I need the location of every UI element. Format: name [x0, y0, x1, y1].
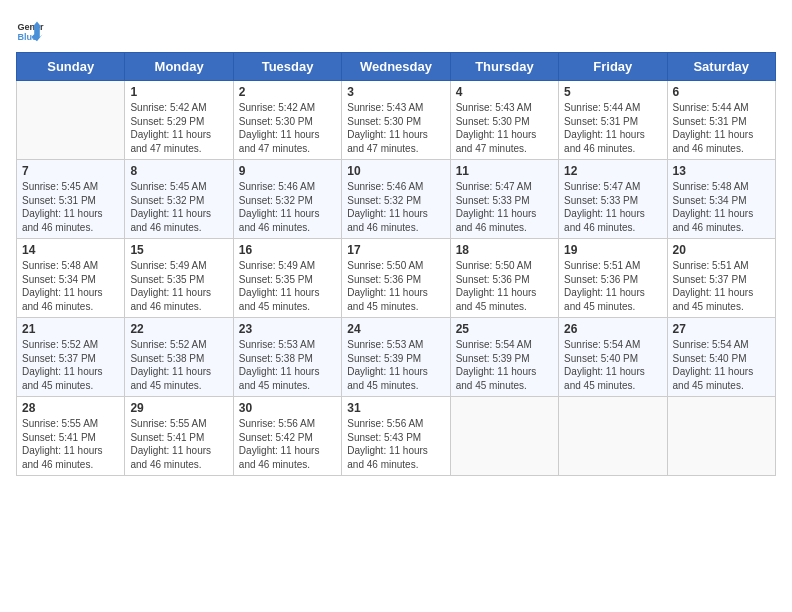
- calendar-cell: 18Sunrise: 5:50 AM Sunset: 5:36 PM Dayli…: [450, 239, 558, 318]
- day-number: 19: [564, 243, 661, 257]
- day-header-sunday: Sunday: [17, 53, 125, 81]
- cell-content: Sunrise: 5:44 AM Sunset: 5:31 PM Dayligh…: [564, 101, 661, 155]
- calendar-cell: 8Sunrise: 5:45 AM Sunset: 5:32 PM Daylig…: [125, 160, 233, 239]
- day-header-monday: Monday: [125, 53, 233, 81]
- calendar-cell: 24Sunrise: 5:53 AM Sunset: 5:39 PM Dayli…: [342, 318, 450, 397]
- calendar-cell: 27Sunrise: 5:54 AM Sunset: 5:40 PM Dayli…: [667, 318, 775, 397]
- cell-content: Sunrise: 5:56 AM Sunset: 5:43 PM Dayligh…: [347, 417, 444, 471]
- calendar-cell: 29Sunrise: 5:55 AM Sunset: 5:41 PM Dayli…: [125, 397, 233, 476]
- day-number: 21: [22, 322, 119, 336]
- day-number: 22: [130, 322, 227, 336]
- calendar-cell: 9Sunrise: 5:46 AM Sunset: 5:32 PM Daylig…: [233, 160, 341, 239]
- day-number: 1: [130, 85, 227, 99]
- day-number: 27: [673, 322, 770, 336]
- day-number: 7: [22, 164, 119, 178]
- day-number: 2: [239, 85, 336, 99]
- cell-content: Sunrise: 5:54 AM Sunset: 5:39 PM Dayligh…: [456, 338, 553, 392]
- calendar-cell: 19Sunrise: 5:51 AM Sunset: 5:36 PM Dayli…: [559, 239, 667, 318]
- calendar-week-5: 28Sunrise: 5:55 AM Sunset: 5:41 PM Dayli…: [17, 397, 776, 476]
- calendar-cell: 20Sunrise: 5:51 AM Sunset: 5:37 PM Dayli…: [667, 239, 775, 318]
- day-number: 31: [347, 401, 444, 415]
- cell-content: Sunrise: 5:46 AM Sunset: 5:32 PM Dayligh…: [347, 180, 444, 234]
- day-header-wednesday: Wednesday: [342, 53, 450, 81]
- cell-content: Sunrise: 5:52 AM Sunset: 5:38 PM Dayligh…: [130, 338, 227, 392]
- calendar-cell: 22Sunrise: 5:52 AM Sunset: 5:38 PM Dayli…: [125, 318, 233, 397]
- calendar-cell: 30Sunrise: 5:56 AM Sunset: 5:42 PM Dayli…: [233, 397, 341, 476]
- calendar-week-1: 1Sunrise: 5:42 AM Sunset: 5:29 PM Daylig…: [17, 81, 776, 160]
- calendar-cell: 25Sunrise: 5:54 AM Sunset: 5:39 PM Dayli…: [450, 318, 558, 397]
- calendar-cell: 5Sunrise: 5:44 AM Sunset: 5:31 PM Daylig…: [559, 81, 667, 160]
- day-number: 26: [564, 322, 661, 336]
- day-header-saturday: Saturday: [667, 53, 775, 81]
- calendar-body: 1Sunrise: 5:42 AM Sunset: 5:29 PM Daylig…: [17, 81, 776, 476]
- cell-content: Sunrise: 5:56 AM Sunset: 5:42 PM Dayligh…: [239, 417, 336, 471]
- cell-content: Sunrise: 5:50 AM Sunset: 5:36 PM Dayligh…: [456, 259, 553, 313]
- cell-content: Sunrise: 5:54 AM Sunset: 5:40 PM Dayligh…: [564, 338, 661, 392]
- calendar-cell: [17, 81, 125, 160]
- calendar-cell: 15Sunrise: 5:49 AM Sunset: 5:35 PM Dayli…: [125, 239, 233, 318]
- calendar-cell: 17Sunrise: 5:50 AM Sunset: 5:36 PM Dayli…: [342, 239, 450, 318]
- calendar-cell: [450, 397, 558, 476]
- cell-content: Sunrise: 5:45 AM Sunset: 5:32 PM Dayligh…: [130, 180, 227, 234]
- day-number: 30: [239, 401, 336, 415]
- logo-icon: General Blue: [16, 16, 44, 44]
- calendar-cell: 12Sunrise: 5:47 AM Sunset: 5:33 PM Dayli…: [559, 160, 667, 239]
- cell-content: Sunrise: 5:42 AM Sunset: 5:29 PM Dayligh…: [130, 101, 227, 155]
- day-number: 28: [22, 401, 119, 415]
- calendar-cell: [667, 397, 775, 476]
- cell-content: Sunrise: 5:48 AM Sunset: 5:34 PM Dayligh…: [22, 259, 119, 313]
- cell-content: Sunrise: 5:53 AM Sunset: 5:38 PM Dayligh…: [239, 338, 336, 392]
- page-header: General Blue: [16, 16, 776, 44]
- cell-content: Sunrise: 5:55 AM Sunset: 5:41 PM Dayligh…: [22, 417, 119, 471]
- day-number: 29: [130, 401, 227, 415]
- day-header-thursday: Thursday: [450, 53, 558, 81]
- calendar-week-4: 21Sunrise: 5:52 AM Sunset: 5:37 PM Dayli…: [17, 318, 776, 397]
- cell-content: Sunrise: 5:47 AM Sunset: 5:33 PM Dayligh…: [564, 180, 661, 234]
- calendar-week-3: 14Sunrise: 5:48 AM Sunset: 5:34 PM Dayli…: [17, 239, 776, 318]
- day-number: 3: [347, 85, 444, 99]
- day-number: 12: [564, 164, 661, 178]
- cell-content: Sunrise: 5:51 AM Sunset: 5:36 PM Dayligh…: [564, 259, 661, 313]
- cell-content: Sunrise: 5:47 AM Sunset: 5:33 PM Dayligh…: [456, 180, 553, 234]
- cell-content: Sunrise: 5:49 AM Sunset: 5:35 PM Dayligh…: [130, 259, 227, 313]
- day-number: 25: [456, 322, 553, 336]
- calendar-cell: 28Sunrise: 5:55 AM Sunset: 5:41 PM Dayli…: [17, 397, 125, 476]
- day-number: 17: [347, 243, 444, 257]
- calendar-cell: [559, 397, 667, 476]
- day-number: 8: [130, 164, 227, 178]
- calendar-cell: 26Sunrise: 5:54 AM Sunset: 5:40 PM Dayli…: [559, 318, 667, 397]
- calendar-cell: 3Sunrise: 5:43 AM Sunset: 5:30 PM Daylig…: [342, 81, 450, 160]
- calendar-cell: 16Sunrise: 5:49 AM Sunset: 5:35 PM Dayli…: [233, 239, 341, 318]
- day-number: 11: [456, 164, 553, 178]
- cell-content: Sunrise: 5:43 AM Sunset: 5:30 PM Dayligh…: [456, 101, 553, 155]
- day-number: 24: [347, 322, 444, 336]
- cell-content: Sunrise: 5:54 AM Sunset: 5:40 PM Dayligh…: [673, 338, 770, 392]
- calendar-cell: 23Sunrise: 5:53 AM Sunset: 5:38 PM Dayli…: [233, 318, 341, 397]
- day-number: 18: [456, 243, 553, 257]
- cell-content: Sunrise: 5:52 AM Sunset: 5:37 PM Dayligh…: [22, 338, 119, 392]
- day-number: 6: [673, 85, 770, 99]
- day-header-friday: Friday: [559, 53, 667, 81]
- cell-content: Sunrise: 5:55 AM Sunset: 5:41 PM Dayligh…: [130, 417, 227, 471]
- calendar-cell: 13Sunrise: 5:48 AM Sunset: 5:34 PM Dayli…: [667, 160, 775, 239]
- svg-text:General: General: [17, 22, 44, 32]
- day-number: 15: [130, 243, 227, 257]
- day-header-tuesday: Tuesday: [233, 53, 341, 81]
- calendar-cell: 10Sunrise: 5:46 AM Sunset: 5:32 PM Dayli…: [342, 160, 450, 239]
- calendar-cell: 6Sunrise: 5:44 AM Sunset: 5:31 PM Daylig…: [667, 81, 775, 160]
- calendar-cell: 31Sunrise: 5:56 AM Sunset: 5:43 PM Dayli…: [342, 397, 450, 476]
- cell-content: Sunrise: 5:45 AM Sunset: 5:31 PM Dayligh…: [22, 180, 119, 234]
- day-number: 20: [673, 243, 770, 257]
- day-number: 16: [239, 243, 336, 257]
- calendar-cell: 1Sunrise: 5:42 AM Sunset: 5:29 PM Daylig…: [125, 81, 233, 160]
- day-number: 13: [673, 164, 770, 178]
- cell-content: Sunrise: 5:42 AM Sunset: 5:30 PM Dayligh…: [239, 101, 336, 155]
- cell-content: Sunrise: 5:49 AM Sunset: 5:35 PM Dayligh…: [239, 259, 336, 313]
- calendar-cell: 2Sunrise: 5:42 AM Sunset: 5:30 PM Daylig…: [233, 81, 341, 160]
- cell-content: Sunrise: 5:43 AM Sunset: 5:30 PM Dayligh…: [347, 101, 444, 155]
- cell-content: Sunrise: 5:44 AM Sunset: 5:31 PM Dayligh…: [673, 101, 770, 155]
- calendar-cell: 4Sunrise: 5:43 AM Sunset: 5:30 PM Daylig…: [450, 81, 558, 160]
- cell-content: Sunrise: 5:50 AM Sunset: 5:36 PM Dayligh…: [347, 259, 444, 313]
- calendar-header-row: SundayMondayTuesdayWednesdayThursdayFrid…: [17, 53, 776, 81]
- day-number: 10: [347, 164, 444, 178]
